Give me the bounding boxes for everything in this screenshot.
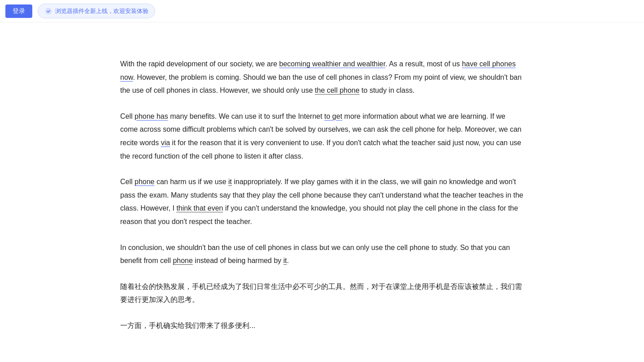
p4-text-2: instead of being harmed by [193, 257, 283, 264]
plugin-text: 浏览器插件全新上线，欢迎安装体验 [55, 6, 148, 16]
p1-text-4: to study in class. [360, 86, 415, 94]
paragraph-3: Cell phone can harm us if we use it inap… [120, 175, 524, 228]
plugin-icon [44, 7, 52, 15]
p4-underline-2: it [283, 257, 287, 264]
p2-underline-2: to get [324, 112, 342, 120]
article: With the rapid development of our societ… [120, 48, 524, 354]
p1-underline-1: becoming wealthier and wealthier [279, 60, 386, 68]
p2-underline-3: via [161, 139, 170, 147]
topbar: 登录 浏览器插件全新上线，欢迎安装体验 [0, 0, 644, 22]
p3-underline-3: think that even [176, 204, 223, 212]
p1-underline-3: the cell phone [315, 86, 360, 94]
paragraph-5-chinese: 随着社会的快熟发展，手机已经成为了我们日常生活中必不可少的工具。然而，对于在课堂… [120, 280, 524, 306]
paragraph-4: In conclusion, we shouldn't ban the use … [120, 241, 524, 267]
p3-text-2: can harm us if we use [155, 178, 229, 185]
paragraph-2: Cell phone has many benefits. We can use… [120, 110, 524, 163]
p1-text-2: . As a result, most of us [385, 60, 462, 68]
main-content: With the rapid development of our societ… [120, 22, 524, 362]
p2-underline-1: phone has [135, 112, 168, 120]
paragraph-6-partial: 一方面，手机确实给我们带来了很多便利... [120, 319, 524, 332]
paragraph-1: With the rapid development of our societ… [120, 57, 524, 97]
svg-point-0 [45, 8, 52, 14]
p2-text-2: many benefits. We can use it to surf the… [168, 112, 324, 120]
p4-text-3: . [287, 257, 289, 264]
p4-underline-1: phone [173, 257, 193, 264]
p3-underline-2: it [228, 178, 232, 185]
p3-underline-1: phone [135, 178, 155, 185]
login-button[interactable]: 登录 [5, 4, 32, 18]
p1-text-1: With the rapid development of our societ… [120, 60, 279, 68]
plugin-banner[interactable]: 浏览器插件全新上线，欢迎安装体验 [38, 4, 155, 18]
p2-text-4: it for the reason that it is very conven… [120, 139, 521, 160]
p2-text-1: Cell [120, 112, 135, 120]
p3-text-1: Cell [120, 178, 135, 185]
